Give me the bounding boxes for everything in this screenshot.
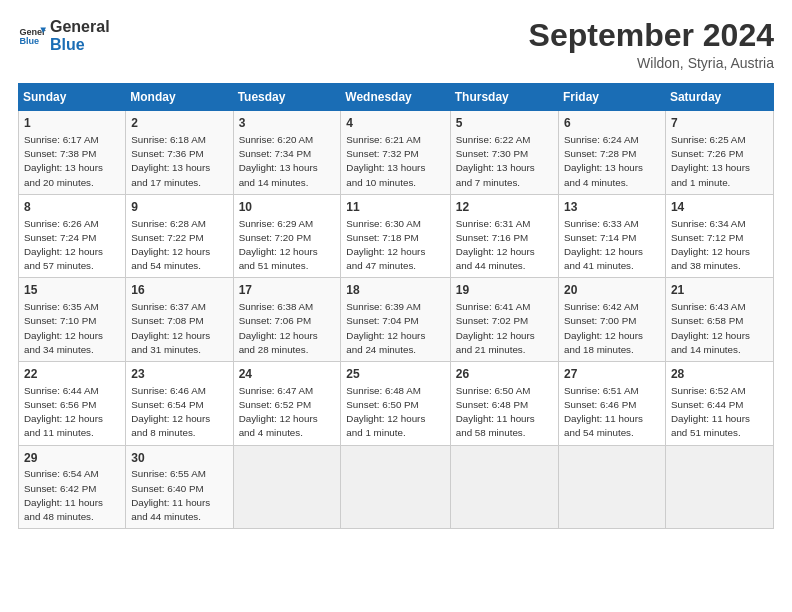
day-info: Sunrise: 6:18 AMSunset: 7:36 PMDaylight:… xyxy=(131,133,227,190)
day-info: Sunrise: 6:50 AMSunset: 6:48 PMDaylight:… xyxy=(456,384,553,441)
column-header-tuesday: Tuesday xyxy=(233,84,341,111)
column-header-sunday: Sunday xyxy=(19,84,126,111)
day-info: Sunrise: 6:44 AMSunset: 6:56 PMDaylight:… xyxy=(24,384,120,441)
day-info: Sunrise: 6:22 AMSunset: 7:30 PMDaylight:… xyxy=(456,133,553,190)
location: Wildon, Styria, Austria xyxy=(529,55,774,71)
calendar-cell: 28Sunrise: 6:52 AMSunset: 6:44 PMDayligh… xyxy=(665,362,773,446)
day-info: Sunrise: 6:41 AMSunset: 7:02 PMDaylight:… xyxy=(456,300,553,357)
calendar-cell: 1Sunrise: 6:17 AMSunset: 7:38 PMDaylight… xyxy=(19,111,126,195)
logo-line1: General xyxy=(50,18,110,36)
day-number: 6 xyxy=(564,115,660,132)
day-number: 10 xyxy=(239,199,336,216)
day-info: Sunrise: 6:55 AMSunset: 6:40 PMDaylight:… xyxy=(131,467,227,524)
day-info: Sunrise: 6:51 AMSunset: 6:46 PMDaylight:… xyxy=(564,384,660,441)
column-header-monday: Monday xyxy=(126,84,233,111)
day-info: Sunrise: 6:37 AMSunset: 7:08 PMDaylight:… xyxy=(131,300,227,357)
day-number: 4 xyxy=(346,115,444,132)
day-number: 7 xyxy=(671,115,768,132)
day-info: Sunrise: 6:21 AMSunset: 7:32 PMDaylight:… xyxy=(346,133,444,190)
calendar-cell: 3Sunrise: 6:20 AMSunset: 7:34 PMDaylight… xyxy=(233,111,341,195)
day-number: 25 xyxy=(346,366,444,383)
calendar-cell: 7Sunrise: 6:25 AMSunset: 7:26 PMDaylight… xyxy=(665,111,773,195)
calendar-cell: 22Sunrise: 6:44 AMSunset: 6:56 PMDayligh… xyxy=(19,362,126,446)
calendar-cell: 27Sunrise: 6:51 AMSunset: 6:46 PMDayligh… xyxy=(559,362,666,446)
day-info: Sunrise: 6:46 AMSunset: 6:54 PMDaylight:… xyxy=(131,384,227,441)
calendar-cell: 14Sunrise: 6:34 AMSunset: 7:12 PMDayligh… xyxy=(665,194,773,278)
calendar-cell: 24Sunrise: 6:47 AMSunset: 6:52 PMDayligh… xyxy=(233,362,341,446)
day-info: Sunrise: 6:43 AMSunset: 6:58 PMDaylight:… xyxy=(671,300,768,357)
day-info: Sunrise: 6:17 AMSunset: 7:38 PMDaylight:… xyxy=(24,133,120,190)
calendar-cell: 19Sunrise: 6:41 AMSunset: 7:02 PMDayligh… xyxy=(450,278,558,362)
day-number: 11 xyxy=(346,199,444,216)
calendar-cell: 20Sunrise: 6:42 AMSunset: 7:00 PMDayligh… xyxy=(559,278,666,362)
day-number: 20 xyxy=(564,282,660,299)
day-number: 1 xyxy=(24,115,120,132)
day-number: 13 xyxy=(564,199,660,216)
day-info: Sunrise: 6:24 AMSunset: 7:28 PMDaylight:… xyxy=(564,133,660,190)
calendar-cell: 4Sunrise: 6:21 AMSunset: 7:32 PMDaylight… xyxy=(341,111,450,195)
column-header-wednesday: Wednesday xyxy=(341,84,450,111)
day-number: 29 xyxy=(24,450,120,467)
calendar-week-1: 1Sunrise: 6:17 AMSunset: 7:38 PMDaylight… xyxy=(19,111,774,195)
day-number: 26 xyxy=(456,366,553,383)
calendar-cell: 26Sunrise: 6:50 AMSunset: 6:48 PMDayligh… xyxy=(450,362,558,446)
day-number: 23 xyxy=(131,366,227,383)
logo-line2: Blue xyxy=(50,36,110,54)
calendar-week-5: 29Sunrise: 6:54 AMSunset: 6:42 PMDayligh… xyxy=(19,445,774,529)
day-number: 27 xyxy=(564,366,660,383)
day-info: Sunrise: 6:25 AMSunset: 7:26 PMDaylight:… xyxy=(671,133,768,190)
calendar-cell: 8Sunrise: 6:26 AMSunset: 7:24 PMDaylight… xyxy=(19,194,126,278)
day-number: 9 xyxy=(131,199,227,216)
day-info: Sunrise: 6:31 AMSunset: 7:16 PMDaylight:… xyxy=(456,217,553,274)
day-info: Sunrise: 6:29 AMSunset: 7:20 PMDaylight:… xyxy=(239,217,336,274)
calendar-cell: 2Sunrise: 6:18 AMSunset: 7:36 PMDaylight… xyxy=(126,111,233,195)
calendar-cell: 17Sunrise: 6:38 AMSunset: 7:06 PMDayligh… xyxy=(233,278,341,362)
day-info: Sunrise: 6:54 AMSunset: 6:42 PMDaylight:… xyxy=(24,467,120,524)
day-number: 21 xyxy=(671,282,768,299)
calendar-cell xyxy=(233,445,341,529)
day-number: 15 xyxy=(24,282,120,299)
day-info: Sunrise: 6:30 AMSunset: 7:18 PMDaylight:… xyxy=(346,217,444,274)
logo-icon: General Blue xyxy=(18,22,46,50)
day-info: Sunrise: 6:26 AMSunset: 7:24 PMDaylight:… xyxy=(24,217,120,274)
day-info: Sunrise: 6:38 AMSunset: 7:06 PMDaylight:… xyxy=(239,300,336,357)
calendar-week-4: 22Sunrise: 6:44 AMSunset: 6:56 PMDayligh… xyxy=(19,362,774,446)
month-title: September 2024 xyxy=(529,18,774,53)
day-number: 5 xyxy=(456,115,553,132)
day-info: Sunrise: 6:42 AMSunset: 7:00 PMDaylight:… xyxy=(564,300,660,357)
header: General Blue General Blue September 2024… xyxy=(18,18,774,71)
svg-text:Blue: Blue xyxy=(19,37,39,47)
calendar-cell: 10Sunrise: 6:29 AMSunset: 7:20 PMDayligh… xyxy=(233,194,341,278)
calendar-cell xyxy=(341,445,450,529)
calendar: SundayMondayTuesdayWednesdayThursdayFrid… xyxy=(18,83,774,529)
calendar-cell: 21Sunrise: 6:43 AMSunset: 6:58 PMDayligh… xyxy=(665,278,773,362)
calendar-cell xyxy=(450,445,558,529)
day-info: Sunrise: 6:34 AMSunset: 7:12 PMDaylight:… xyxy=(671,217,768,274)
calendar-cell: 16Sunrise: 6:37 AMSunset: 7:08 PMDayligh… xyxy=(126,278,233,362)
calendar-cell xyxy=(559,445,666,529)
day-info: Sunrise: 6:47 AMSunset: 6:52 PMDaylight:… xyxy=(239,384,336,441)
day-number: 16 xyxy=(131,282,227,299)
calendar-cell: 9Sunrise: 6:28 AMSunset: 7:22 PMDaylight… xyxy=(126,194,233,278)
day-info: Sunrise: 6:33 AMSunset: 7:14 PMDaylight:… xyxy=(564,217,660,274)
day-number: 8 xyxy=(24,199,120,216)
calendar-cell: 30Sunrise: 6:55 AMSunset: 6:40 PMDayligh… xyxy=(126,445,233,529)
calendar-cell: 13Sunrise: 6:33 AMSunset: 7:14 PMDayligh… xyxy=(559,194,666,278)
day-number: 12 xyxy=(456,199,553,216)
calendar-cell: 18Sunrise: 6:39 AMSunset: 7:04 PMDayligh… xyxy=(341,278,450,362)
day-info: Sunrise: 6:20 AMSunset: 7:34 PMDaylight:… xyxy=(239,133,336,190)
logo: General Blue General Blue xyxy=(18,18,110,55)
day-number: 14 xyxy=(671,199,768,216)
column-header-friday: Friday xyxy=(559,84,666,111)
day-info: Sunrise: 6:48 AMSunset: 6:50 PMDaylight:… xyxy=(346,384,444,441)
day-number: 18 xyxy=(346,282,444,299)
column-header-saturday: Saturday xyxy=(665,84,773,111)
day-number: 2 xyxy=(131,115,227,132)
day-number: 24 xyxy=(239,366,336,383)
calendar-cell: 11Sunrise: 6:30 AMSunset: 7:18 PMDayligh… xyxy=(341,194,450,278)
calendar-cell: 23Sunrise: 6:46 AMSunset: 6:54 PMDayligh… xyxy=(126,362,233,446)
day-number: 19 xyxy=(456,282,553,299)
day-info: Sunrise: 6:28 AMSunset: 7:22 PMDaylight:… xyxy=(131,217,227,274)
day-info: Sunrise: 6:39 AMSunset: 7:04 PMDaylight:… xyxy=(346,300,444,357)
calendar-cell xyxy=(665,445,773,529)
